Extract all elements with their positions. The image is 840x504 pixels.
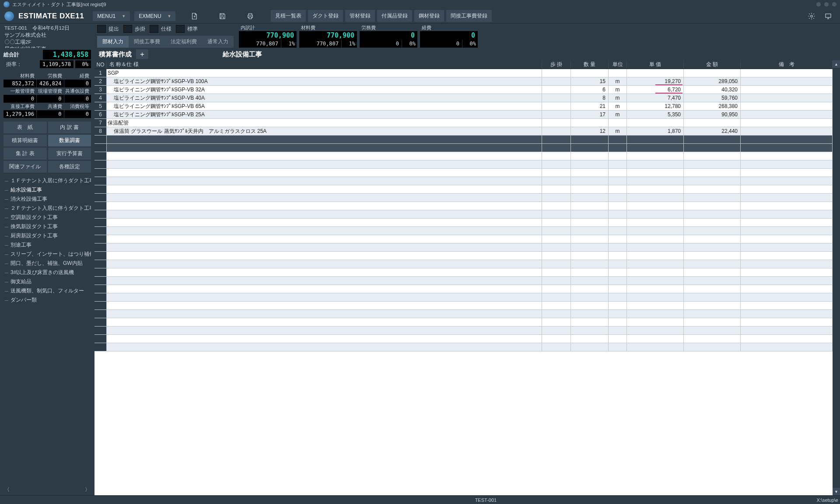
- table-row[interactable]: [94, 268, 833, 277]
- table-row[interactable]: [94, 210, 833, 219]
- data-grid[interactable]: NO 名 称＆仕 様 歩 掛 数 量 単位 単 価 金 額 備 考 1 SGP …: [94, 60, 833, 495]
- tree-item[interactable]: スリーブ、インサート、はつり補修: [4, 250, 91, 259]
- maximize-button[interactable]: [824, 2, 829, 7]
- status-right: X:\setup\e: [816, 497, 840, 503]
- table-row[interactable]: [94, 302, 833, 310]
- tree-scroll-right[interactable]: 〉: [85, 486, 90, 494]
- sidebar-button[interactable]: 表 紙: [4, 122, 47, 133]
- tree-item[interactable]: 空調新設ダクト工事: [4, 213, 91, 222]
- table-row[interactable]: [94, 152, 833, 160]
- cost-label: 一般管理費: [4, 88, 36, 94]
- table-row[interactable]: [94, 260, 833, 268]
- table-row[interactable]: [94, 136, 833, 144]
- top-button[interactable]: 間接工事費登録: [446, 10, 492, 22]
- cost-panel: 材料費770,900770,8071%: [299, 24, 357, 48]
- input-tab[interactable]: 通常入力: [202, 36, 234, 48]
- table-row[interactable]: [94, 169, 833, 177]
- input-tab[interactable]: 法定福利費: [165, 36, 202, 48]
- sidebar-button[interactable]: 内 訳 書: [48, 122, 91, 133]
- tree-item[interactable]: 送風機類、制気口、フィルター: [4, 286, 91, 295]
- table-row[interactable]: [94, 310, 833, 318]
- table-row[interactable]: [94, 227, 833, 235]
- table-row[interactable]: [94, 285, 833, 293]
- tree-item[interactable]: ２Ｆテナント入居に伴うダクト工事: [4, 204, 91, 213]
- input-tab[interactable]: 部材入力: [97, 36, 129, 48]
- display-icon[interactable]: [822, 10, 834, 22]
- table-row[interactable]: [94, 194, 833, 202]
- tree-item[interactable]: 厨房新設ダクト工事: [4, 231, 91, 240]
- table-row[interactable]: 4 塩ビライニング鋼管ｻﾝﾌﾟﾙSGP-VB 40A 8 m 7,470 59,…: [94, 94, 833, 102]
- status-checkbox[interactable]: [176, 25, 185, 33]
- table-row[interactable]: [94, 177, 833, 185]
- tree-item[interactable]: 3#以上及び床置きの送風機: [4, 268, 91, 277]
- table-row[interactable]: 6 塩ビライニング鋼管ｻﾝﾌﾟﾙSGP-VB 25A 17 m 5,350 90…: [94, 111, 833, 119]
- top-button[interactable]: 管材登録: [345, 10, 375, 22]
- col-name: 名 称＆仕 様: [107, 60, 542, 69]
- print-icon[interactable]: [245, 10, 256, 22]
- svg-rect-1: [826, 14, 831, 17]
- rate-label: 掛率：: [6, 61, 22, 68]
- table-row[interactable]: 2 塩ビライニング鋼管ｻﾝﾌﾟﾙSGP-VB 100A 15 m 19,270 …: [94, 77, 833, 86]
- table-row[interactable]: [94, 293, 833, 302]
- tree-item[interactable]: 消火栓設備工事: [4, 195, 91, 204]
- sidebar-button[interactable]: 積算明細書: [4, 135, 47, 146]
- table-row[interactable]: [94, 327, 833, 335]
- cost-value: 1,279,196: [4, 110, 36, 118]
- table-row[interactable]: [94, 235, 833, 243]
- table-row[interactable]: [94, 318, 833, 327]
- svg-point-0: [811, 15, 813, 17]
- tree-item[interactable]: １Ｆテナント入居に伴うダクト工事: [4, 176, 91, 185]
- table-row[interactable]: [94, 335, 833, 343]
- cost-label: 労務費: [37, 73, 63, 79]
- scroll-up-icon[interactable]: ▲: [833, 60, 840, 68]
- tree-item[interactable]: 給水設備工事: [4, 185, 91, 195]
- table-row[interactable]: [94, 252, 833, 260]
- menu1-dropdown[interactable]: MENU1▼: [93, 11, 130, 21]
- sidebar-button[interactable]: 数量調書: [48, 135, 91, 146]
- settings-icon[interactable]: [806, 10, 817, 22]
- table-row[interactable]: [94, 277, 833, 285]
- tree-item[interactable]: 換気新設ダクト工事: [4, 222, 91, 231]
- save-icon[interactable]: [217, 10, 228, 22]
- table-row[interactable]: [94, 144, 833, 152]
- tree-item[interactable]: ダンパー類: [4, 295, 91, 305]
- tree-scroll-left[interactable]: 〈: [4, 486, 10, 494]
- vertical-scrollbar[interactable]: ▲ ▼: [833, 60, 840, 495]
- status-checkbox[interactable]: [150, 25, 158, 33]
- tree-item[interactable]: 別途工事: [4, 240, 91, 250]
- sidebar-button[interactable]: 集 計 表: [4, 148, 47, 160]
- table-row[interactable]: [94, 185, 833, 194]
- table-row[interactable]: 7 保温配管: [94, 119, 833, 127]
- status-label: 仕様: [161, 25, 173, 33]
- table-row[interactable]: 1 SGP: [94, 69, 833, 77]
- top-button[interactable]: ダクト登録: [308, 10, 343, 22]
- status-checkbox[interactable]: [123, 25, 132, 33]
- exmenu-dropdown[interactable]: EXMENU▼: [134, 11, 175, 21]
- main-title: 積算書作成: [99, 50, 132, 59]
- add-button[interactable]: ＋: [136, 49, 148, 59]
- table-row[interactable]: 3 塩ビライニング鋼管ｻﾝﾌﾟﾙSGP-VB 32A 6 m 6,720 40,…: [94, 86, 833, 94]
- top-button[interactable]: 鋼材登録: [414, 10, 444, 22]
- tree-item[interactable]: 御支給品: [4, 277, 91, 286]
- scroll-down-icon[interactable]: ▼: [833, 488, 840, 495]
- table-row[interactable]: 8 保温筒 グラスウール 蒸気ｻﾝﾌﾟﾙ天井内 アルミガラスクロス 25A 12…: [94, 127, 833, 136]
- table-row[interactable]: [94, 160, 833, 169]
- sidebar-button[interactable]: 関連ファイル: [4, 161, 47, 173]
- new-icon[interactable]: [189, 10, 200, 22]
- cost-value: 0: [64, 110, 91, 118]
- table-row[interactable]: [94, 219, 833, 227]
- top-button[interactable]: 見積一覧表: [271, 10, 306, 22]
- tree-item[interactable]: 開口、墨だし、補強、GW内貼: [4, 259, 91, 268]
- input-tab[interactable]: 間接工事費: [129, 36, 165, 48]
- top-button[interactable]: 付属品登録: [377, 10, 412, 22]
- close-button[interactable]: [832, 2, 836, 7]
- table-row[interactable]: [94, 243, 833, 252]
- sidebar-button[interactable]: 実行予算書: [48, 148, 91, 160]
- table-row[interactable]: [94, 202, 833, 210]
- rate-value: 1,109,578: [40, 60, 74, 68]
- sidebar-button[interactable]: 各種設定: [48, 161, 91, 173]
- table-row[interactable]: 5 塩ビライニング鋼管ｻﾝﾌﾟﾙSGP-VB 65A 21 m 12,780 2…: [94, 102, 833, 111]
- status-checkbox[interactable]: [97, 25, 106, 33]
- table-row[interactable]: [94, 343, 833, 351]
- minimize-button[interactable]: [816, 2, 821, 7]
